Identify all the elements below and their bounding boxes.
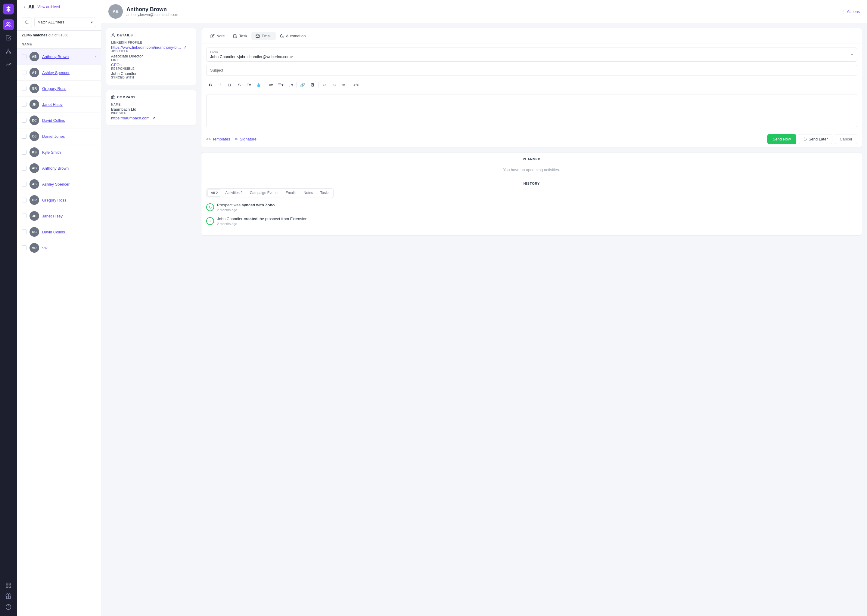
list-item[interactable]: DC David Collins xyxy=(17,113,101,129)
contact-name[interactable]: Ashley Spencer xyxy=(42,71,69,75)
contact-name[interactable]: VR xyxy=(42,246,47,250)
list-item[interactable]: GR Gregory Ross xyxy=(17,192,101,208)
nav-help[interactable] xyxy=(3,602,14,612)
contact-checkbox[interactable] xyxy=(22,70,27,75)
list-item[interactable]: GR Gregory Ross xyxy=(17,81,101,97)
contact-name[interactable]: Janet Hisey xyxy=(42,214,63,218)
contact-checkbox[interactable] xyxy=(22,229,27,234)
history-tab[interactable]: Emails xyxy=(282,190,299,197)
list-item[interactable]: AB Anthony Brown xyxy=(17,160,101,176)
contact-name[interactable]: David Collins xyxy=(42,118,65,123)
history-tab[interactable]: Notes xyxy=(300,190,316,197)
list-button[interactable]: ☰▾ xyxy=(276,81,285,89)
contact-name-block: Anthony Brown anthony.brown@baumbach.com xyxy=(126,6,178,17)
send-later-button[interactable]: ⏱ Send Later xyxy=(799,134,832,144)
contact-name[interactable]: Anthony Brown xyxy=(42,166,69,171)
avatar: AB xyxy=(30,52,39,61)
nav-analytics[interactable] xyxy=(3,59,14,70)
image-button[interactable]: 🖼 xyxy=(308,81,317,89)
italic-button[interactable]: I xyxy=(216,81,224,89)
nav-campaigns[interactable] xyxy=(3,591,14,602)
avatar: VR xyxy=(30,243,39,253)
contact-name[interactable]: Janet Hisey xyxy=(42,102,63,107)
code-button[interactable]: </> xyxy=(352,81,360,89)
contact-checkbox[interactable] xyxy=(22,86,27,91)
dropdown-icon[interactable]: ▾ xyxy=(851,52,853,57)
align-button[interactable]: ≡▾ xyxy=(267,81,275,89)
link-button[interactable]: 🔗 xyxy=(298,81,307,89)
contact-checkbox[interactable] xyxy=(22,102,27,107)
nav-apps[interactable] xyxy=(3,580,14,591)
list-item[interactable]: AB Anthony Brown › xyxy=(17,49,101,64)
list-item[interactable]: DC David Collins xyxy=(17,224,101,240)
responsible-field: RESPONSIBLE John Chandler xyxy=(111,67,191,76)
contact-name[interactable]: Gregory Ross xyxy=(42,198,66,203)
contact-list: AB Anthony Brown › AS Ashley Spencer GR … xyxy=(17,49,101,616)
redo-button[interactable]: ↪ xyxy=(330,81,338,89)
signature-button[interactable]: ✏ Signature xyxy=(235,137,257,141)
history-tabs: All 2Activities 2Campaign EventsEmailsNo… xyxy=(206,188,334,198)
history-tab[interactable]: All 2 xyxy=(207,190,221,197)
nav-contacts[interactable] xyxy=(3,19,14,30)
expand-arrow: › xyxy=(95,55,96,59)
contact-name[interactable]: Ashley Spencer xyxy=(42,182,69,187)
tab-task[interactable]: Task xyxy=(229,32,251,40)
contact-checkbox[interactable] xyxy=(22,182,27,187)
subject-input[interactable] xyxy=(206,64,857,76)
history-tab[interactable]: Tasks xyxy=(317,190,333,197)
search-button[interactable] xyxy=(22,17,32,27)
contact-checkbox[interactable] xyxy=(22,214,27,218)
list-item[interactable]: KS Kyle Smith xyxy=(17,145,101,160)
contact-name[interactable]: David Collins xyxy=(42,230,65,234)
bold-button[interactable]: B xyxy=(206,81,214,89)
tab-email[interactable]: Email xyxy=(251,32,276,40)
svg-rect-7 xyxy=(6,583,8,585)
email-editor-area[interactable] xyxy=(206,94,857,127)
list-item[interactable]: AS Ashley Spencer xyxy=(17,176,101,192)
timeline-text: John Chandler created the prospect from … xyxy=(217,217,307,221)
strikethrough-button[interactable]: S xyxy=(235,81,244,89)
undo-button[interactable]: ↩ xyxy=(320,81,329,89)
indent-button[interactable]: ⋮▾ xyxy=(286,81,295,89)
contact-name[interactable]: Daniel Jones xyxy=(42,134,65,139)
contact-checkbox[interactable] xyxy=(22,150,27,155)
history-tab[interactable]: Campaign Events xyxy=(247,190,282,197)
list-item[interactable]: AS Ashley Spencer xyxy=(17,64,101,81)
text-color-button[interactable]: 💧 xyxy=(254,81,263,89)
email-footer: <> Templates ✏ Signature Send Now ⏱ Send… xyxy=(202,131,862,147)
nav-network[interactable] xyxy=(3,46,14,57)
list-item[interactable]: JH Janet Hisey xyxy=(17,97,101,113)
contact-checkbox[interactable] xyxy=(22,118,27,123)
text-style-button[interactable]: T▾ xyxy=(245,81,253,89)
nav-tasks[interactable] xyxy=(3,33,14,43)
list-item[interactable]: VR VR xyxy=(17,240,101,256)
history-tab[interactable]: Activities 2 xyxy=(222,190,245,197)
contact-checkbox[interactable] xyxy=(22,134,27,139)
contact-checkbox[interactable] xyxy=(22,245,27,250)
list-item[interactable]: JH Janet Hisey xyxy=(17,208,101,224)
contact-name[interactable]: Gregory Ross xyxy=(42,86,66,91)
contact-checkbox[interactable] xyxy=(22,166,27,171)
avatar: DC xyxy=(30,115,39,125)
app-logo[interactable] xyxy=(3,4,14,14)
contact-name[interactable]: Kyle Smith xyxy=(42,150,61,155)
contact-checkbox[interactable] xyxy=(22,198,27,203)
view-archived-link[interactable]: View archived xyxy=(37,5,60,9)
linkedin-link[interactable]: https://www.linkedin.com/in/anthony-br..… xyxy=(111,45,181,50)
avatar: AS xyxy=(30,179,39,189)
website-link[interactable]: https://baumbach.com xyxy=(111,116,150,120)
actions-button[interactable]: ⋮ Actions xyxy=(841,9,860,14)
cancel-button[interactable]: Cancel xyxy=(835,134,857,144)
contact-name[interactable]: Anthony Brown xyxy=(42,55,69,59)
tab-note[interactable]: Note xyxy=(206,32,229,40)
synced-label: SYNCED WITH xyxy=(111,76,191,79)
tab-automation[interactable]: Automation xyxy=(276,32,310,40)
no-activities-text: You have no upcoming activities. xyxy=(206,164,857,178)
filter-button[interactable]: Match ALL filters ▾ xyxy=(34,17,96,27)
clear-format-button[interactable]: ✏ xyxy=(340,81,348,89)
underline-button[interactable]: U xyxy=(225,81,234,89)
contact-checkbox[interactable] xyxy=(22,54,27,59)
list-item[interactable]: DJ Daniel Jones xyxy=(17,129,101,145)
templates-button[interactable]: <> Templates xyxy=(206,137,230,141)
send-now-button[interactable]: Send Now xyxy=(767,134,796,144)
